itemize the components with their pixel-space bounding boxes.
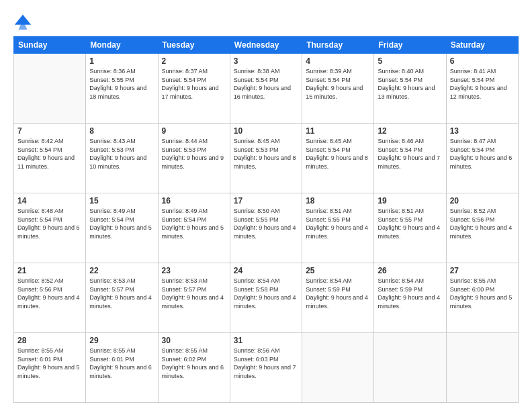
calendar-cell: 30Sunrise: 8:55 AMSunset: 6:02 PMDayligh… (158, 333, 230, 403)
calendar-cell: 15Sunrise: 8:49 AMSunset: 5:54 PMDayligh… (86, 193, 158, 263)
day-info: Sunrise: 8:50 AMSunset: 5:55 PMDaylight:… (234, 207, 298, 240)
day-info: Sunrise: 8:56 AMSunset: 6:03 PMDaylight:… (234, 347, 298, 380)
calendar-table: SundayMondayTuesdayWednesdayThursdayFrid… (13, 36, 519, 403)
calendar-cell: 9Sunrise: 8:44 AMSunset: 5:53 PMDaylight… (158, 124, 230, 193)
day-number: 26 (378, 266, 442, 275)
day-info: Sunrise: 8:54 AMSunset: 5:59 PMDaylight:… (306, 277, 370, 310)
calendar-cell: 25Sunrise: 8:54 AMSunset: 5:59 PMDayligh… (302, 263, 374, 333)
day-info: Sunrise: 8:38 AMSunset: 5:54 PMDaylight:… (234, 67, 298, 101)
calendar-header: SundayMondayTuesdayWednesdayThursdayFrid… (14, 37, 519, 54)
week-row-1: 7Sunrise: 8:42 AMSunset: 5:54 PMDaylight… (14, 124, 519, 193)
day-number: 21 (17, 266, 82, 275)
calendar-cell: 18Sunrise: 8:51 AMSunset: 5:55 PMDayligh… (302, 193, 374, 263)
day-info: Sunrise: 8:54 AMSunset: 5:59 PMDaylight:… (378, 277, 442, 310)
header-row: SundayMondayTuesdayWednesdayThursdayFrid… (14, 37, 519, 54)
day-info: Sunrise: 8:51 AMSunset: 5:55 PMDaylight:… (306, 207, 370, 240)
logo-icon (13, 12, 32, 31)
day-number: 25 (306, 266, 370, 275)
day-info: Sunrise: 8:55 AMSunset: 6:00 PMDaylight:… (450, 277, 515, 310)
day-info: Sunrise: 8:42 AMSunset: 5:54 PMDaylight:… (17, 137, 82, 171)
week-row-3: 21Sunrise: 8:52 AMSunset: 5:56 PMDayligh… (14, 263, 519, 333)
day-info: Sunrise: 8:55 AMSunset: 6:01 PMDaylight:… (89, 347, 154, 380)
day-number: 10 (234, 126, 298, 136)
day-number: 2 (162, 56, 226, 66)
calendar-cell (374, 333, 446, 403)
calendar-cell: 27Sunrise: 8:55 AMSunset: 6:00 PMDayligh… (446, 263, 518, 333)
calendar-cell: 6Sunrise: 8:41 AMSunset: 5:54 PMDaylight… (446, 54, 518, 124)
day-info: Sunrise: 8:46 AMSunset: 5:54 PMDaylight:… (378, 137, 442, 171)
calendar-cell: 12Sunrise: 8:46 AMSunset: 5:54 PMDayligh… (374, 124, 446, 193)
day-info: Sunrise: 8:52 AMSunset: 5:56 PMDaylight:… (17, 277, 82, 310)
column-header-sunday: Sunday (14, 37, 86, 54)
day-number: 30 (162, 336, 226, 345)
calendar-cell: 22Sunrise: 8:53 AMSunset: 5:57 PMDayligh… (86, 263, 158, 333)
column-header-thursday: Thursday (302, 37, 374, 54)
day-number: 18 (306, 196, 370, 205)
day-number: 27 (450, 266, 515, 275)
calendar-cell (302, 333, 374, 403)
column-header-tuesday: Tuesday (158, 37, 230, 54)
day-info: Sunrise: 8:52 AMSunset: 5:56 PMDaylight:… (450, 207, 515, 240)
day-info: Sunrise: 8:36 AMSunset: 5:55 PMDaylight:… (89, 67, 154, 101)
day-info: Sunrise: 8:40 AMSunset: 5:54 PMDaylight:… (378, 67, 442, 101)
column-header-friday: Friday (374, 37, 446, 54)
day-info: Sunrise: 8:39 AMSunset: 5:54 PMDaylight:… (306, 67, 370, 101)
day-number: 9 (162, 126, 226, 136)
day-info: Sunrise: 8:41 AMSunset: 5:54 PMDaylight:… (450, 67, 515, 101)
calendar-cell: 26Sunrise: 8:54 AMSunset: 5:59 PMDayligh… (374, 263, 446, 333)
calendar-cell: 5Sunrise: 8:40 AMSunset: 5:54 PMDaylight… (374, 54, 446, 124)
day-number: 17 (234, 196, 298, 205)
calendar-cell: 2Sunrise: 8:37 AMSunset: 5:54 PMDaylight… (158, 54, 230, 124)
calendar-cell: 20Sunrise: 8:52 AMSunset: 5:56 PMDayligh… (446, 193, 518, 263)
calendar-cell: 31Sunrise: 8:56 AMSunset: 6:03 PMDayligh… (230, 333, 302, 403)
header (13, 12, 519, 31)
logo (13, 12, 35, 31)
day-info: Sunrise: 8:53 AMSunset: 5:57 PMDaylight:… (162, 277, 226, 310)
day-number: 5 (378, 56, 442, 66)
day-number: 7 (17, 126, 82, 136)
column-header-monday: Monday (86, 37, 158, 54)
day-number: 4 (306, 56, 370, 66)
day-number: 12 (378, 126, 442, 136)
day-info: Sunrise: 8:48 AMSunset: 5:54 PMDaylight:… (17, 207, 82, 240)
day-number: 6 (450, 56, 515, 66)
day-number: 16 (162, 196, 226, 205)
day-number: 13 (450, 126, 515, 136)
calendar-cell: 3Sunrise: 8:38 AMSunset: 5:54 PMDaylight… (230, 54, 302, 124)
calendar-cell: 14Sunrise: 8:48 AMSunset: 5:54 PMDayligh… (14, 193, 86, 263)
calendar-cell: 13Sunrise: 8:47 AMSunset: 5:54 PMDayligh… (446, 124, 518, 193)
day-number: 11 (306, 126, 370, 136)
day-info: Sunrise: 8:49 AMSunset: 5:54 PMDaylight:… (162, 207, 226, 240)
day-number: 29 (89, 336, 154, 345)
day-number: 1 (89, 56, 154, 66)
page: SundayMondayTuesdayWednesdayThursdayFrid… (0, 0, 532, 411)
day-info: Sunrise: 8:37 AMSunset: 5:54 PMDaylight:… (162, 67, 226, 101)
calendar-cell: 4Sunrise: 8:39 AMSunset: 5:54 PMDaylight… (302, 54, 374, 124)
calendar-cell: 16Sunrise: 8:49 AMSunset: 5:54 PMDayligh… (158, 193, 230, 263)
calendar-cell: 19Sunrise: 8:51 AMSunset: 5:55 PMDayligh… (374, 193, 446, 263)
day-info: Sunrise: 8:49 AMSunset: 5:54 PMDaylight:… (89, 207, 154, 240)
calendar-cell: 8Sunrise: 8:43 AMSunset: 5:53 PMDaylight… (86, 124, 158, 193)
day-number: 3 (234, 56, 298, 66)
day-info: Sunrise: 8:45 AMSunset: 5:54 PMDaylight:… (306, 137, 370, 171)
calendar-cell: 24Sunrise: 8:54 AMSunset: 5:58 PMDayligh… (230, 263, 302, 333)
day-number: 20 (450, 196, 515, 205)
day-number: 15 (89, 196, 154, 205)
calendar-cell: 28Sunrise: 8:55 AMSunset: 6:01 PMDayligh… (14, 333, 86, 403)
calendar-cell: 21Sunrise: 8:52 AMSunset: 5:56 PMDayligh… (14, 263, 86, 333)
week-row-4: 28Sunrise: 8:55 AMSunset: 6:01 PMDayligh… (14, 333, 519, 403)
day-info: Sunrise: 8:55 AMSunset: 6:02 PMDaylight:… (162, 347, 226, 380)
day-info: Sunrise: 8:45 AMSunset: 5:53 PMDaylight:… (234, 137, 298, 171)
day-info: Sunrise: 8:44 AMSunset: 5:53 PMDaylight:… (162, 137, 226, 171)
calendar-cell: 17Sunrise: 8:50 AMSunset: 5:55 PMDayligh… (230, 193, 302, 263)
calendar-cell: 7Sunrise: 8:42 AMSunset: 5:54 PMDaylight… (14, 124, 86, 193)
day-number: 31 (234, 336, 298, 345)
calendar-cell: 1Sunrise: 8:36 AMSunset: 5:55 PMDaylight… (86, 54, 158, 124)
calendar-body: 1Sunrise: 8:36 AMSunset: 5:55 PMDaylight… (14, 54, 519, 403)
day-number: 28 (17, 336, 82, 345)
day-number: 19 (378, 196, 442, 205)
day-info: Sunrise: 8:55 AMSunset: 6:01 PMDaylight:… (17, 347, 82, 380)
day-number: 23 (162, 266, 226, 275)
day-info: Sunrise: 8:53 AMSunset: 5:57 PMDaylight:… (89, 277, 154, 310)
day-number: 22 (89, 266, 154, 275)
